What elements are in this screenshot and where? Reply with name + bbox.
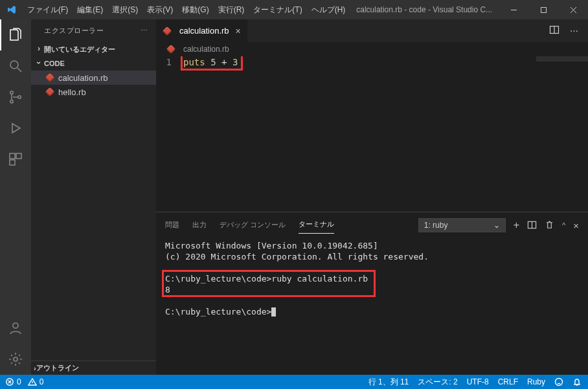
status-encoding[interactable]: UTF-8 xyxy=(467,377,489,386)
ruby-icon xyxy=(45,87,54,96)
panel-tab-output[interactable]: 出力 xyxy=(192,220,207,234)
ruby-icon xyxy=(45,73,54,82)
chevron-up-icon[interactable]: ^ xyxy=(562,221,565,229)
activity-search[interactable] xyxy=(0,50,31,82)
main-row: エクスプローラー ⋯ › 開いているエディター › CODE calculati… xyxy=(0,19,588,375)
ruby-icon xyxy=(166,45,175,54)
svg-point-3 xyxy=(10,100,13,103)
outline-label: アウトライン xyxy=(36,363,79,373)
terminal-line: C:\ruby_lecture\code> xyxy=(165,306,579,317)
panel-tabs: 問題 出力 デバッグ コンソール ターミナル 1: ruby ⌄ + ^ × xyxy=(156,212,588,234)
folder-label: CODE xyxy=(44,60,65,67)
line-number: 1 xyxy=(156,56,172,69)
activity-extensions[interactable] xyxy=(0,144,31,175)
sidebar-explorer: エクスプローラー ⋯ › 開いているエディター › CODE calculati… xyxy=(31,19,156,375)
editor-tabs: calculation.rb × ⋯ xyxy=(156,19,588,42)
more-icon[interactable]: ⋯ xyxy=(570,26,579,36)
file-name: hello.rb xyxy=(58,87,86,97)
activity-source-control[interactable] xyxy=(0,82,31,113)
svg-point-4 xyxy=(18,96,21,98)
status-errors-count: 0 xyxy=(17,377,21,386)
ruby-icon xyxy=(163,27,172,36)
menu-bar: ファイル(F) 編集(E) 選択(S) 表示(V) 移動(G) 実行(R) ター… xyxy=(23,0,350,19)
svg-rect-5 xyxy=(10,153,15,159)
sidebar-more-icon[interactable]: ⋯ xyxy=(141,27,148,35)
svg-rect-0 xyxy=(541,7,546,12)
menu-terminal[interactable]: ターミナル(T) xyxy=(249,0,306,19)
close-icon[interactable]: × xyxy=(236,26,241,36)
highlight-box xyxy=(181,56,243,71)
activity-debug[interactable] xyxy=(0,113,31,144)
status-eol[interactable]: CRLF xyxy=(498,377,518,386)
file-item[interactable]: calculation.rb xyxy=(31,71,156,85)
terminal-body[interactable]: Microsoft Windows [Version 10.0.19042.68… xyxy=(156,234,588,375)
menu-file[interactable]: ファイル(F) xyxy=(23,0,73,19)
svg-rect-7 xyxy=(10,160,15,165)
chevron-down-icon: › xyxy=(34,58,43,68)
menu-run[interactable]: 実行(R) xyxy=(214,0,249,19)
activity-bar xyxy=(0,19,31,375)
editor-actions: ⋯ xyxy=(540,19,588,42)
status-warnings-count: 0 xyxy=(40,377,44,386)
code-content[interactable]: puts 5 + 3 xyxy=(183,56,238,212)
menu-edit[interactable]: 編集(E) xyxy=(73,0,107,19)
minimize-button[interactable] xyxy=(499,0,528,19)
panel-tab-debug[interactable]: デバッグ コンソール xyxy=(220,220,286,234)
terminal-line: (c) 2020 Microsoft Corporation. All righ… xyxy=(165,251,579,262)
menu-view[interactable]: 表示(V) xyxy=(142,0,177,19)
line-gutter: 1 xyxy=(156,56,183,212)
svg-rect-6 xyxy=(16,153,21,159)
open-editors-label: 開いているエディター xyxy=(44,45,115,54)
menu-go[interactable]: 移動(G) xyxy=(177,0,213,19)
file-tree: calculation.rb hello.rb xyxy=(31,71,156,361)
svg-point-9 xyxy=(14,357,17,361)
split-terminal-icon[interactable] xyxy=(527,220,537,231)
terminal-line: Microsoft Windows [Version 10.0.19042.68… xyxy=(165,240,579,251)
open-editors-section[interactable]: › 開いているエディター xyxy=(31,42,156,56)
editor-tab[interactable]: calculation.rb × xyxy=(156,19,247,42)
terminal-select-label: 1: ruby xyxy=(424,221,448,230)
status-warnings[interactable]: 0 xyxy=(28,377,44,386)
new-terminal-icon[interactable]: + xyxy=(514,219,519,231)
activity-account[interactable] xyxy=(0,313,31,344)
svg-point-1 xyxy=(10,61,18,69)
file-name: calculation.rb xyxy=(58,73,108,83)
window-title: calculation.rb - code - Visual Studio C.… xyxy=(350,5,499,14)
split-editor-icon[interactable] xyxy=(549,25,560,37)
svg-point-2 xyxy=(10,91,13,94)
editor-body[interactable]: 1 puts 5 + 3 xyxy=(156,56,588,212)
activity-explorer[interactable] xyxy=(0,19,31,50)
folder-section[interactable]: › CODE xyxy=(31,56,156,71)
status-language[interactable]: Ruby xyxy=(527,377,545,386)
minimap[interactable] xyxy=(536,56,588,61)
trash-icon[interactable] xyxy=(545,220,554,231)
cursor xyxy=(271,307,276,317)
window-controls xyxy=(499,0,588,19)
panel: 問題 出力 デバッグ コンソール ターミナル 1: ruby ⌄ + ^ × xyxy=(156,212,588,375)
terminal-select[interactable]: 1: ruby ⌄ xyxy=(418,218,506,232)
menu-select[interactable]: 選択(S) xyxy=(107,0,142,19)
menu-help[interactable]: ヘルプ(H) xyxy=(307,0,350,19)
activity-settings[interactable] xyxy=(0,344,31,375)
panel-tab-terminal[interactable]: ターミナル xyxy=(299,219,334,234)
file-item[interactable]: hello.rb xyxy=(31,85,156,99)
panel-tab-problems[interactable]: 問題 xyxy=(165,220,179,234)
chevron-down-icon: ⌄ xyxy=(493,221,500,230)
breadcrumb-label: calculation.rb xyxy=(183,45,229,54)
status-spaces[interactable]: スペース: 2 xyxy=(418,377,457,388)
status-bell-icon[interactable] xyxy=(572,377,582,386)
status-errors[interactable]: 0 xyxy=(5,377,21,386)
outline-section[interactable]: › アウトライン xyxy=(31,361,156,375)
svg-point-8 xyxy=(13,323,18,328)
chevron-right-icon: › xyxy=(34,44,44,53)
status-bar: 0 0 行 1、列 11 スペース: 2 UTF-8 CRLF Ruby xyxy=(0,375,588,389)
svg-point-13 xyxy=(556,379,563,386)
maximize-button[interactable] xyxy=(528,0,558,19)
status-ln-col[interactable]: 行 1、列 11 xyxy=(368,377,409,388)
highlight-box xyxy=(162,270,376,297)
sidebar-title-label: エクスプローラー xyxy=(44,26,104,36)
breadcrumb[interactable]: calculation.rb xyxy=(156,42,588,56)
close-button[interactable] xyxy=(558,0,588,19)
status-feedback-icon[interactable] xyxy=(554,377,563,386)
close-panel-icon[interactable]: × xyxy=(573,220,579,231)
